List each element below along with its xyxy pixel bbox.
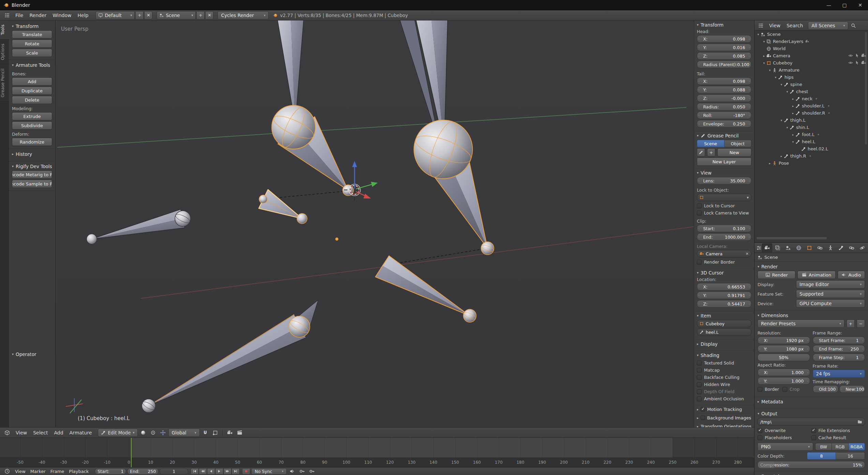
add-preset-button[interactable]: + [847, 320, 855, 328]
y-field[interactable]: ‹Y:0.016› [697, 44, 751, 51]
timeline-ruler[interactable]: -50-40-30-20-100102030405060708090100110… [0, 458, 754, 467]
scene-selector[interactable]: Scene ▾ [156, 11, 196, 19]
increment-arrow-icon[interactable]: › [748, 54, 751, 58]
local-camera-selector[interactable]: Camera ✕ [697, 250, 751, 257]
hidden-wire-checkbox[interactable]: Hidden Wire [697, 381, 751, 388]
gp-new-button[interactable]: New [717, 148, 751, 157]
render-border-checkbox[interactable]: Render Border [697, 258, 751, 266]
menu-select[interactable]: Select [30, 428, 51, 437]
menu-search[interactable]: Search [783, 20, 806, 30]
display-header[interactable]: ▸Display [697, 340, 751, 348]
feature-set-select[interactable]: Supported▾ [796, 290, 865, 298]
decrement-arrow-icon[interactable]: ‹ [697, 96, 701, 101]
new-field[interactable]: ‹New:100› [839, 385, 865, 393]
z-field[interactable]: ‹Z:-0.000› [697, 94, 751, 102]
expand-arrow-icon[interactable]: ▸ [791, 133, 795, 136]
backface-culling-checkbox[interactable]: Backface Culling [697, 374, 751, 381]
frame-step-field[interactable]: ‹Frame Step:1› [813, 354, 865, 361]
outliner-item-cubeboy[interactable]: ▾Cubeboy [754, 59, 868, 66]
increment-arrow-icon[interactable]: › [861, 338, 865, 343]
encode-sample-to-p-button[interactable]: Encode Sample to P... [12, 180, 52, 188]
panel-background-images[interactable]: ▸Background Images [697, 414, 751, 422]
render-engine-select[interactable]: Cycles Render ▾ [218, 11, 269, 19]
increment-arrow-icon[interactable]: › [748, 113, 751, 118]
outliner-item-scene[interactable]: ▾Scene [754, 31, 868, 38]
outliner-item-neck[interactable]: ▸neck [754, 95, 868, 102]
envelope-field[interactable]: ‹Envelope:0.250› [697, 120, 751, 128]
cache-result-checkbox[interactable]: Cache Result [811, 434, 865, 441]
timeline-tracks[interactable] [0, 438, 754, 458]
x-field[interactable]: ‹X:0.098› [697, 77, 751, 85]
increment-arrow-icon[interactable]: › [748, 122, 751, 126]
lens-field[interactable]: ‹Lens:35.000› [697, 177, 751, 184]
outliner-item-shoulder-l[interactable]: ▸shoulder.L [754, 102, 868, 109]
view3d-editor-icon[interactable] [3, 429, 12, 437]
add-button[interactable]: Add [12, 77, 52, 86]
outliner-item-armature[interactable]: ▾Armature [754, 66, 868, 74]
view-header[interactable]: ▾View [697, 168, 751, 177]
rgba-toggle[interactable]: RGBA [849, 443, 865, 450]
tab-scene[interactable] [783, 243, 793, 252]
timeline-editor-icon[interactable] [3, 467, 12, 475]
jump-to-end-button[interactable] [231, 468, 240, 475]
dimensions-panel-header[interactable]: ▾Dimensions [758, 311, 865, 320]
tab-data[interactable] [825, 243, 836, 252]
x-field[interactable]: ‹X:1.000› [758, 369, 810, 376]
16-toggle[interactable]: 16 [836, 452, 865, 460]
outliner-item-thigh-r[interactable]: ▸thigh.R [754, 152, 868, 160]
outliner-scope-select[interactable]: All Scenes ▾ [808, 21, 848, 30]
end-frame-field[interactable]: ‹End Frame:250› [813, 345, 865, 353]
play-button[interactable] [215, 468, 223, 475]
rigify-panel-header[interactable]: ▾Rigify Dev Tools [12, 162, 52, 170]
increment-arrow-icon[interactable]: › [806, 347, 809, 351]
manipulator-icon[interactable] [159, 429, 167, 437]
x-field[interactable]: ‹X:0.66553› [697, 283, 751, 291]
rotate-button[interactable]: Rotate [12, 40, 52, 48]
decrement-arrow-icon[interactable]: ‹ [697, 54, 701, 58]
render-button[interactable]: Render [758, 271, 795, 279]
ambient-occlusion-checkbox[interactable]: Ambient Occlusion [697, 395, 751, 402]
expand-arrow-icon[interactable]: ▾ [779, 119, 784, 122]
expand-arrow-icon[interactable]: ▾ [756, 33, 761, 36]
outliner-item-chest[interactable]: ▾chest [754, 88, 868, 95]
increment-arrow-icon[interactable]: › [748, 105, 751, 109]
background-images-enable-checkbox[interactable] [701, 416, 705, 420]
overwrite-checkbox[interactable]: Overwrite [758, 427, 811, 434]
menu-playback[interactable]: Playback [66, 467, 91, 475]
jump-to-start-button[interactable] [191, 468, 199, 475]
decrement-arrow-icon[interactable]: ‹ [758, 370, 761, 375]
outliner-item-world[interactable]: World [754, 45, 868, 52]
operator-panel-header[interactable]: ▾Operator [12, 350, 52, 358]
output-path-field[interactable]: /tmp\ [758, 418, 865, 426]
properties-editor-icon[interactable] [756, 244, 762, 252]
minimize-button[interactable]: — [821, 0, 837, 10]
outliner-item-hips[interactable]: ▾hips [754, 74, 868, 81]
y-field[interactable]: ‹Y:1.000› [758, 377, 810, 385]
add-layout-button[interactable]: + [135, 11, 144, 19]
placeholders-checkbox[interactable]: Placeholders [758, 434, 811, 441]
subdivide-button[interactable]: Subdivide [12, 121, 52, 130]
lock-object-selector[interactable]: ▾ [697, 194, 751, 201]
auto-keyframe-record-button[interactable] [242, 468, 250, 475]
add-scene-button[interactable]: + [196, 11, 205, 19]
outliner-item-thigh-l[interactable]: ▾thigh.L [754, 117, 868, 124]
menu-render[interactable]: Render [26, 10, 49, 20]
menu-add[interactable]: Add [51, 428, 66, 437]
decrement-arrow-icon[interactable]: ‹ [697, 37, 701, 41]
increment-arrow-icon[interactable]: › [748, 79, 751, 84]
decrement-arrow-icon[interactable]: ‹ [813, 355, 817, 360]
tab-render[interactable] [762, 243, 772, 252]
matcap-checkbox[interactable]: Matcap [697, 367, 751, 374]
outliner-item-spine[interactable]: ▾spine [754, 81, 868, 88]
decrement-arrow-icon[interactable]: ‹ [697, 113, 701, 118]
delete-button[interactable]: Delete [12, 96, 52, 104]
frame-end-field[interactable]: End: 250 [127, 468, 159, 475]
expand-arrow-icon[interactable]: ▸ [791, 112, 795, 115]
viewport-scene[interactable]: User Persp (1) Cubeboy : heel.L [56, 20, 754, 427]
increment-arrow-icon[interactable]: › [748, 302, 751, 306]
opengl-render-icon[interactable] [225, 429, 234, 437]
delete-layout-button[interactable]: ✕ [144, 11, 152, 19]
item-bone-name-field[interactable]: heel.L [697, 328, 751, 336]
expand-arrow-icon[interactable]: ▾ [773, 76, 778, 79]
increment-arrow-icon[interactable]: › [838, 387, 838, 391]
